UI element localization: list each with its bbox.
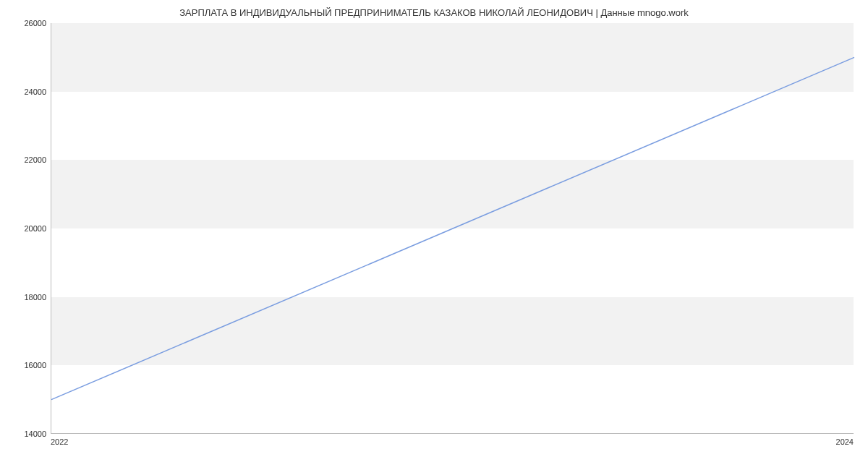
line-series <box>51 23 854 433</box>
y-tick-label: 18000 <box>3 293 46 302</box>
y-tick-label: 26000 <box>3 19 46 27</box>
x-tick-label: 2022 <box>51 437 68 446</box>
y-tick-label: 20000 <box>3 224 46 233</box>
x-tick-label: 2024 <box>836 437 854 446</box>
y-tick-label: 16000 <box>3 361 46 369</box>
y-tick-label: 22000 <box>3 155 46 164</box>
y-tick-label: 24000 <box>3 87 46 96</box>
y-tick-label: 14000 <box>3 430 46 438</box>
plot-area <box>51 23 854 434</box>
chart-title: ЗАРПЛАТА В ИНДИВИДУАЛЬНЫЙ ПРЕДПРИНИМАТЕЛ… <box>0 7 868 18</box>
